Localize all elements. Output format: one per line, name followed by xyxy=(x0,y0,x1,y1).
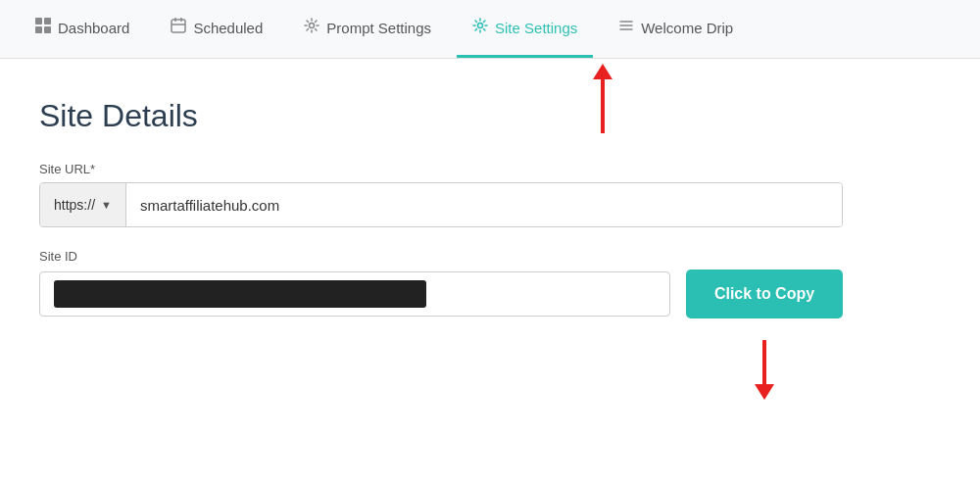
nav-label-site-settings: Site Settings xyxy=(495,20,577,36)
url-domain-input[interactable]: smartaffiliatehub.com xyxy=(126,183,842,226)
site-id-label: Site ID xyxy=(39,249,941,264)
nav-item-site-settings[interactable]: Site Settings xyxy=(457,0,593,58)
arrow-head-up xyxy=(593,64,612,79)
nav-bar: Dashboard Scheduled Prompt Settings xyxy=(0,0,980,59)
chevron-down-icon: ▼ xyxy=(101,199,112,211)
svg-point-9 xyxy=(478,24,483,28)
site-id-row: Click to Copy xyxy=(39,270,843,318)
site-url-input-row: https:// ▼ smartaffiliatehub.com xyxy=(39,182,843,227)
svg-rect-0 xyxy=(35,18,42,24)
url-domain-value: smartaffiliatehub.com xyxy=(140,197,279,214)
nav-item-prompt-settings[interactable]: Prompt Settings xyxy=(288,0,447,58)
nav-label-prompt-settings: Prompt Settings xyxy=(326,20,431,36)
nav-label-welcome-drip: Welcome Drip xyxy=(641,20,733,36)
arrow-head-down xyxy=(755,384,774,400)
click-to-copy-button[interactable]: Click to Copy xyxy=(686,270,843,318)
site-id-field xyxy=(39,271,670,317)
site-url-label: Site URL* xyxy=(39,162,941,176)
nav-item-dashboard[interactable]: Dashboard xyxy=(20,0,145,58)
annotation-arrow-bottom-wrapper xyxy=(39,340,843,399)
svg-point-8 xyxy=(310,24,315,28)
site-id-field-group: Site ID Click to Copy xyxy=(39,249,941,318)
calendar-icon xyxy=(171,18,186,37)
svg-rect-3 xyxy=(44,26,51,33)
nav-item-welcome-drip[interactable]: Welcome Drip xyxy=(603,0,749,58)
page-title: Site Details xyxy=(39,98,941,134)
grid-icon xyxy=(35,18,51,37)
svg-rect-1 xyxy=(44,18,51,24)
nav-label-dashboard: Dashboard xyxy=(58,20,129,36)
url-protocol-text: https:// xyxy=(54,197,95,213)
svg-rect-4 xyxy=(172,20,185,32)
annotation-arrow-top xyxy=(593,64,612,133)
arrow-shaft-bottom xyxy=(762,340,766,384)
arrow-shaft-top xyxy=(601,79,605,133)
main-content: Site Details Site URL* https:// ▼ smarta… xyxy=(0,59,980,428)
url-protocol-selector[interactable]: https:// ▼ xyxy=(40,183,126,226)
gear-active-icon xyxy=(472,18,488,37)
site-url-field-group: Site URL* https:// ▼ smartaffiliatehub.c… xyxy=(39,162,941,227)
svg-rect-2 xyxy=(35,26,42,33)
nav-item-scheduled[interactable]: Scheduled xyxy=(155,0,278,58)
gear-icon xyxy=(304,18,319,37)
list-icon xyxy=(618,18,634,37)
site-id-redacted-value xyxy=(54,280,426,308)
nav-label-scheduled: Scheduled xyxy=(193,20,263,36)
annotation-arrow-bottom xyxy=(755,340,774,400)
